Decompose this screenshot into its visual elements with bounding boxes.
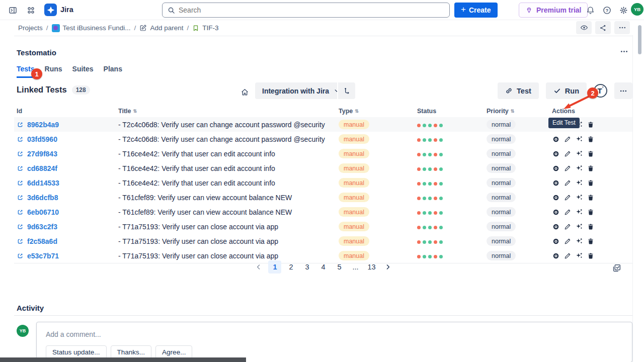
add-parent-button[interactable]: Add parent [139,24,183,32]
col-title[interactable]: Title⇅ [116,108,336,115]
sidebar-toggle-icon[interactable] [6,4,19,16]
view-test-button[interactable] [552,194,559,202]
pagination-prev[interactable] [252,260,265,274]
comment-box[interactable]: Add a comment... Status update... Thanks… [36,322,632,362]
view-test-button[interactable] [552,223,559,231]
col-priority[interactable]: Priority⇅ [484,108,549,115]
tab-suites[interactable]: Suites [72,65,94,78]
pagination-page-4[interactable]: 4 [316,260,330,274]
help-icon[interactable] [600,4,613,16]
edit-test-button[interactable] [564,237,571,245]
col-id[interactable]: Id [14,108,116,115]
pagination-page-5[interactable]: 5 [333,260,346,274]
home-button[interactable] [237,84,252,100]
view-test-button[interactable] [552,237,559,245]
ai-test-button[interactable] [575,208,583,216]
app-switcher-icon[interactable] [24,4,37,16]
link-test-button[interactable]: Test [498,82,539,99]
ai-test-button[interactable] [575,150,583,158]
test-id-link[interactable]: e53c7b71 [27,252,59,260]
premium-trial-button[interactable]: Premium trial [519,3,588,18]
create-button[interactable]: + Create [454,3,498,18]
search-input[interactable] [179,6,444,14]
view-test-button[interactable] [552,252,559,260]
settings-icon[interactable] [617,4,630,16]
edit-test-button[interactable] [564,252,571,260]
delete-test-button[interactable] [587,223,594,231]
table-header: Id Title⇅ Type⇅ Status Priority⇅ Actions [14,105,632,117]
share-button[interactable] [595,21,611,34]
breadcrumb-issue[interactable]: TIF-3 [192,24,218,32]
ai-test-button[interactable] [575,135,583,143]
ai-test-button[interactable] [575,237,583,245]
delete-test-button[interactable] [587,237,594,245]
delete-test-button[interactable] [587,179,594,187]
edit-test-button[interactable] [564,208,571,216]
delete-test-button[interactable] [587,194,594,202]
search-box[interactable] [162,3,450,18]
ai-test-button[interactable] [575,164,583,172]
scrollbar-thumb[interactable] [638,25,641,54]
table-row: 6eb06710- T61cfef89: Verify user can vie… [14,205,632,219]
ai-test-button[interactable] [575,194,583,202]
branch-icon-button[interactable] [337,82,355,99]
quick-reply-agree[interactable]: Agree... [155,345,192,359]
test-id-link[interactable]: 03fd5960 [27,135,57,143]
comment-input[interactable]: Add a comment... [46,330,623,338]
pagination-page-1[interactable]: 1 [268,260,281,274]
pagination-page-2[interactable]: 2 [284,260,297,274]
external-link-icon [17,121,24,128]
delete-test-button[interactable] [587,164,594,172]
pagination-page-3[interactable]: 3 [300,260,313,274]
view-test-button[interactable] [552,208,559,216]
branch-select-dropdown[interactable]: Integration with Jira [255,82,347,99]
jira-logo[interactable] [44,4,57,16]
edit-test-button[interactable] [564,194,571,202]
edit-test-button[interactable] [564,135,571,143]
toolbar-more-button[interactable] [614,82,632,99]
delete-test-button[interactable] [587,150,594,158]
ai-test-button[interactable] [575,223,583,231]
test-id-link[interactable]: 6eb06710 [27,208,59,216]
breadcrumb-more-button[interactable] [614,21,630,34]
test-id-link[interactable]: 3d6dcfb8 [27,194,58,202]
test-id-link[interactable]: 8962b4a9 [27,121,59,129]
tab-runs[interactable]: Runs [45,65,62,78]
view-test-button[interactable] [552,135,559,143]
delete-test-button[interactable] [587,121,594,129]
panel-more-button[interactable] [620,47,628,58]
test-id-link[interactable]: 9d63c2f3 [27,223,57,231]
view-test-button[interactable] [552,150,559,158]
breadcrumb-projects[interactable]: Projects [18,24,43,32]
col-type[interactable]: Type⇅ [336,108,415,115]
test-title: - T61cfef89: Verify user can view accoun… [116,194,336,202]
delete-test-button[interactable] [587,208,594,216]
edit-test-button[interactable] [564,223,571,231]
select-multiple-button[interactable] [612,263,621,275]
pagination-next[interactable] [381,260,394,274]
tab-plans[interactable]: Plans [104,65,122,78]
app-name: Jira [60,6,73,14]
edit-test-button[interactable] [564,150,571,158]
watch-button[interactable] [576,21,592,34]
delete-test-button[interactable] [587,135,594,143]
table-row: 03fd5960- T2c4c06d8: Verify user can cha… [14,132,632,146]
test-id-link[interactable]: 27d9f843 [27,150,57,158]
delete-test-button[interactable] [587,252,594,260]
notifications-icon[interactable] [584,4,597,16]
ai-test-button[interactable] [575,179,583,187]
quick-reply-thanks[interactable]: Thanks... [111,345,152,359]
user-avatar[interactable]: YB [631,3,643,16]
edit-test-button[interactable] [564,179,571,187]
test-id-link[interactable]: 6dd14533 [27,179,59,187]
view-test-button[interactable] [552,164,559,172]
breadcrumb-project[interactable]: Test iBusiness Fundi... [63,24,131,32]
ai-test-button[interactable] [575,252,583,260]
test-id-link[interactable]: f2c58a6d [27,237,57,245]
pagination-page-13[interactable]: 13 [365,260,378,274]
quick-reply-status-update[interactable]: Status update... [46,345,107,359]
annotation-arrow [553,95,594,115]
test-id-link[interactable]: cd68824f [27,164,57,172]
view-test-button[interactable] [552,179,559,187]
edit-test-button[interactable] [564,164,571,172]
